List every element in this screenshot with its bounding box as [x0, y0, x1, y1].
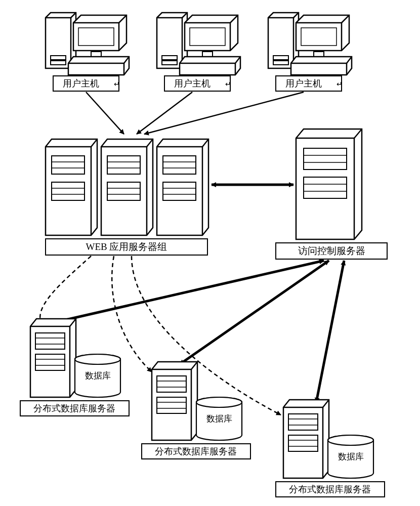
- svg-point-51: [75, 354, 120, 364]
- svg-text:↵: ↵: [114, 80, 120, 88]
- access-control-server-label: 访问控制服务器: [298, 245, 365, 256]
- svg-rect-47: [35, 354, 65, 370]
- svg-rect-62: [288, 414, 318, 430]
- web-server-group: [46, 139, 208, 235]
- database-1-label: 数据库: [85, 371, 111, 381]
- svg-rect-30: [163, 156, 196, 174]
- svg-rect-18: [52, 156, 85, 174]
- svg-point-60: [196, 397, 242, 407]
- svg-rect-44: [35, 333, 65, 349]
- arrow-user1-web: [86, 92, 124, 134]
- svg-rect-3: [91, 52, 101, 57]
- architecture-diagram: 用户主机 ↵ 用户主机 ↵ 用户主机 ↵: [0, 0, 420, 506]
- svg-rect-65: [288, 435, 318, 451]
- access-control-server: [296, 129, 362, 239]
- dist-db-server-1: 数据库: [30, 319, 120, 397]
- web-server-group-label: WEB 应用服务器组: [86, 241, 167, 252]
- svg-rect-8: [190, 28, 225, 46]
- user-host-2-label-box: 用户主机 ↵: [164, 76, 231, 91]
- user-host-3: [268, 13, 352, 75]
- svg-rect-24: [107, 156, 140, 174]
- svg-rect-15: [314, 52, 324, 57]
- svg-rect-14: [301, 28, 337, 46]
- svg-rect-7: [162, 61, 177, 65]
- svg-rect-40: [304, 177, 347, 198]
- access-control-server-label-box: 访问控制服务器: [276, 243, 387, 259]
- database-2-label: 数据库: [206, 414, 232, 424]
- svg-rect-2: [78, 28, 114, 46]
- svg-rect-56: [157, 397, 186, 413]
- arrow-access-db3: [316, 261, 344, 402]
- svg-rect-21: [52, 182, 85, 200]
- svg-rect-27: [107, 182, 140, 200]
- dist-db-server-1-label: 分布式数据库服务器: [33, 403, 115, 413]
- dist-db-server-3-label-box: 分布式数据库服务器: [276, 482, 385, 497]
- user-host-2-label: 用户主机: [174, 78, 211, 89]
- dist-db-server-2-label-box: 分布式数据库服务器: [142, 444, 250, 459]
- dist-db-server-2: 数据库: [152, 362, 242, 440]
- arrow-user3-web: [144, 92, 304, 134]
- svg-rect-13: [273, 61, 288, 65]
- dashed-web-db2: [112, 256, 152, 372]
- svg-text:↵: ↵: [337, 80, 343, 88]
- svg-rect-12: [273, 56, 288, 60]
- dist-db-server-3-label: 分布式数据库服务器: [289, 484, 371, 494]
- database-3-label: 数据库: [338, 452, 364, 461]
- user-host-3-label-box: 用户主机 ↵: [276, 76, 343, 91]
- dist-db-server-1-label-box: 分布式数据库服务器: [20, 401, 129, 416]
- web-server-group-label-box: WEB 应用服务器组: [46, 239, 207, 255]
- user-host-1-label: 用户主机: [63, 78, 99, 89]
- user-host-2: [157, 13, 240, 75]
- svg-rect-0: [51, 56, 66, 60]
- arrow-user2-web: [137, 92, 192, 134]
- user-host-3-label: 用户主机: [285, 78, 322, 89]
- svg-rect-1: [51, 61, 66, 65]
- svg-text:↵: ↵: [225, 80, 231, 88]
- svg-rect-9: [202, 52, 213, 57]
- svg-point-69: [328, 435, 373, 445]
- svg-rect-53: [157, 376, 186, 392]
- user-host-1: [46, 13, 129, 75]
- dist-db-server-3: 数据库: [283, 400, 373, 478]
- dist-db-server-2-label: 分布式数据库服务器: [155, 446, 237, 456]
- svg-rect-33: [163, 182, 196, 200]
- svg-rect-37: [304, 148, 347, 170]
- svg-rect-6: [162, 56, 177, 60]
- user-host-1-label-box: 用户主机 ↵: [53, 76, 120, 91]
